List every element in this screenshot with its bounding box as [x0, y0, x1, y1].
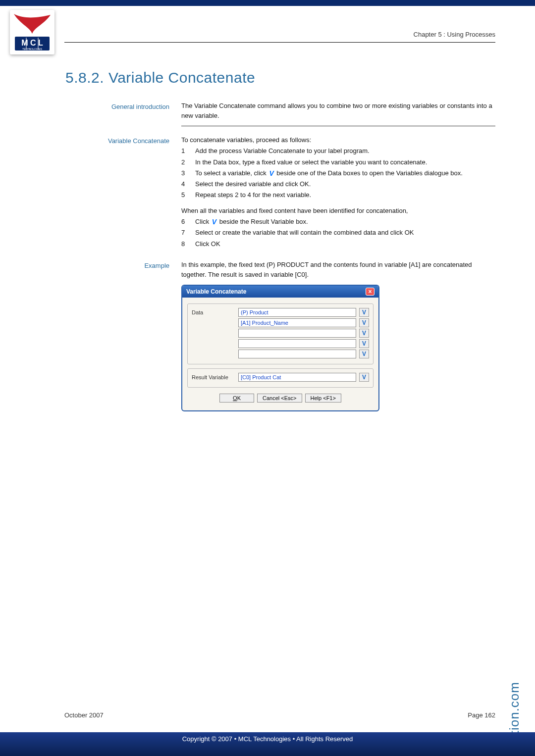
- svg-text:M C L: M C L: [21, 39, 43, 47]
- step-4: Select the desired variable and click OK…: [195, 179, 311, 189]
- step-5: Repeat steps 2 to 4 for the next variabl…: [195, 190, 311, 200]
- v-icon: V: [268, 170, 274, 177]
- v-button[interactable]: V: [359, 373, 369, 382]
- footer-bar: Copyright © 2007 • MCL Technologies • Al…: [0, 732, 535, 756]
- proc-label: Variable Concatenate: [80, 135, 169, 250]
- data-label: Data: [192, 309, 235, 315]
- result-label: Result Variable: [192, 374, 235, 380]
- data-input-5[interactable]: [238, 350, 356, 358]
- data-input-1[interactable]: (P) Product: [238, 308, 356, 317]
- v-button[interactable]: V: [359, 350, 369, 358]
- chapter-rule: [64, 42, 495, 43]
- step-2: In the Data box, type a fixed value or s…: [195, 157, 427, 167]
- v-button[interactable]: V: [359, 308, 369, 317]
- step-6: Click V beside the Result Variable box.: [195, 217, 308, 227]
- v-button[interactable]: V: [359, 339, 369, 348]
- intro-text: The Variable Concatenate command allows …: [181, 101, 495, 121]
- mid-text: When all the variables and fixed content…: [181, 206, 495, 216]
- step-7: Select or create the variable that will …: [195, 228, 414, 238]
- v-button[interactable]: V: [359, 329, 369, 338]
- step-8: Click OK: [195, 239, 220, 249]
- page-title: 5.8.2. Variable Concatenate: [65, 69, 495, 86]
- dialog-title: Variable Concatenate: [186, 288, 246, 295]
- chapter-label: Chapter 5 : Using Processes: [414, 31, 495, 38]
- top-border: [0, 0, 535, 6]
- example-text: In this example, the fixed text (P) PROD…: [181, 260, 495, 280]
- data-input-2[interactable]: [A1] Product_Name: [238, 318, 356, 327]
- svg-text:TECHNOLOGIES: TECHNOLOGIES: [22, 48, 42, 50]
- footer-page: Page 162: [468, 711, 495, 719]
- proc-lead: To concatenate variables, proceed as fol…: [181, 135, 495, 145]
- intro-label: General introduction: [80, 101, 169, 121]
- rule: [181, 126, 495, 126]
- dialog: Variable Concatenate × Data (P) Product …: [181, 285, 379, 411]
- logo: M C L TECHNOLOGIES: [10, 10, 54, 54]
- cancel-button[interactable]: Cancel <Esc>: [257, 394, 302, 403]
- close-icon[interactable]: ×: [366, 288, 374, 296]
- result-input[interactable]: [C0] Product Cat: [238, 373, 356, 382]
- data-input-4[interactable]: [238, 339, 356, 348]
- help-button[interactable]: Help <F1>: [305, 394, 341, 403]
- example-label: Example: [80, 260, 169, 280]
- step-1: Add the process Variable Concatenate to …: [195, 146, 370, 156]
- data-input-3[interactable]: [238, 329, 356, 338]
- footer-date: October 2007: [64, 711, 104, 719]
- step-3: To select a variable, click V beside one…: [195, 168, 463, 178]
- footer-copyright: Copyright © 2007 • MCL Technologies • Al…: [182, 735, 353, 743]
- ok-button[interactable]: OK: [219, 394, 254, 403]
- v-button[interactable]: V: [359, 318, 369, 327]
- v-icon: V: [211, 218, 217, 225]
